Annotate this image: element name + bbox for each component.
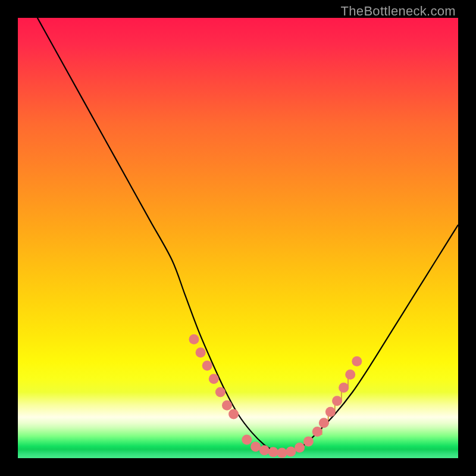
data-marker xyxy=(242,434,252,444)
chart-container: TheBottleneck.com xyxy=(0,0,476,476)
data-marker xyxy=(286,446,296,456)
data-marker xyxy=(202,361,212,371)
data-marker xyxy=(268,447,278,457)
data-marker xyxy=(222,400,232,411)
chart-svg xyxy=(18,18,458,458)
bottleneck-curve-path xyxy=(18,18,458,453)
data-marker xyxy=(209,374,219,384)
plot-area xyxy=(18,18,458,458)
data-marker xyxy=(250,441,261,452)
data-marker xyxy=(228,409,239,419)
data-marker xyxy=(303,436,314,446)
data-marker xyxy=(319,418,329,428)
watermark-text: TheBottleneck.com xyxy=(341,4,456,19)
data-marker xyxy=(295,443,305,453)
data-marker xyxy=(325,407,336,417)
data-marker xyxy=(345,369,355,380)
data-marker xyxy=(189,334,199,345)
data-marker xyxy=(259,445,270,455)
data-marker xyxy=(332,396,342,406)
data-marker xyxy=(352,356,362,367)
data-marker xyxy=(277,448,287,458)
data-marker xyxy=(312,427,322,437)
data-marker xyxy=(196,347,206,358)
markers-group xyxy=(189,334,362,458)
data-marker xyxy=(339,383,349,393)
data-marker xyxy=(215,387,226,397)
